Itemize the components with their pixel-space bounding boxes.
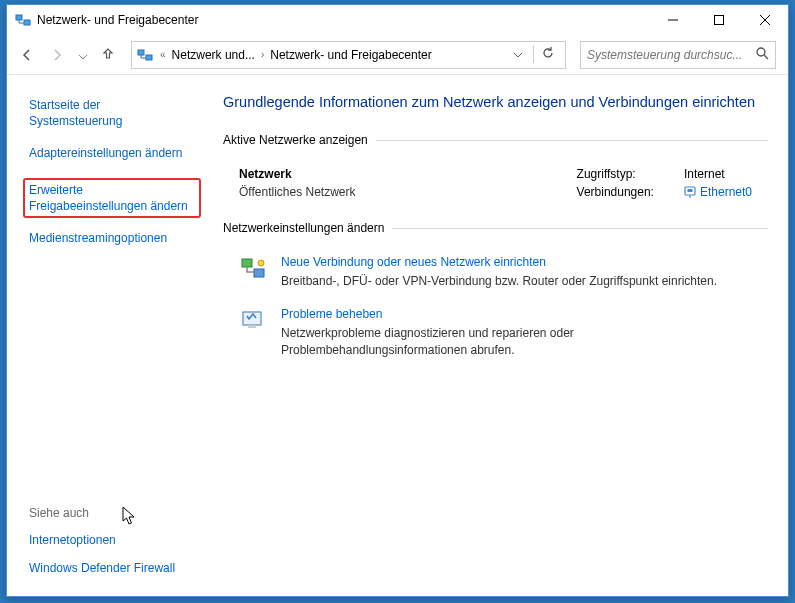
close-button[interactable] (742, 5, 788, 35)
svg-rect-13 (242, 259, 252, 267)
chevron-right-icon: › (259, 49, 266, 60)
search-input[interactable] (587, 48, 756, 62)
setup-connection-desc: Breitband-, DFÜ- oder VPN-Verbindung bzw… (281, 273, 752, 290)
sidebar-sharing-link[interactable]: Erweiterte Freigabeeinstellungen ändern (23, 178, 201, 218)
svg-rect-3 (715, 16, 724, 25)
svg-rect-17 (248, 325, 256, 328)
sidebar-adapter-link[interactable]: Adaptereinstellungen ändern (29, 145, 197, 161)
svg-rect-6 (138, 50, 144, 55)
ethernet-icon (684, 185, 696, 199)
toolbar: « Netzwerk und... › Netzwerk- und Freiga… (7, 35, 788, 75)
main-content: Grundlegende Informationen zum Netzwerk … (207, 75, 788, 596)
troubleshoot-link[interactable]: Probleme beheben (281, 307, 752, 321)
troubleshoot-desc: Netzwerkprobleme diagnostizieren und rep… (281, 325, 752, 359)
sidebar-firewall-link[interactable]: Windows Defender Firewall (29, 560, 197, 576)
connections-label: Verbindungen: (577, 185, 654, 199)
breadcrumb-dropdown[interactable] (507, 49, 529, 60)
svg-rect-16 (243, 312, 261, 325)
body: Startseite der Systemsteuerung Adapterei… (7, 75, 788, 596)
breadcrumb[interactable]: « Netzwerk und... › Netzwerk- und Freiga… (131, 41, 566, 69)
svg-rect-1 (24, 20, 30, 25)
svg-rect-14 (254, 269, 264, 277)
setup-connection-icon (239, 255, 267, 283)
up-button[interactable] (101, 46, 117, 63)
change-settings-label: Netzwerkeinstellungen ändern (223, 221, 384, 235)
titlebar: Netzwerk- und Freigabecenter (7, 5, 788, 35)
breadcrumb-sep: « (158, 49, 168, 60)
sidebar-media-link[interactable]: Medienstreamingoptionen (29, 230, 197, 246)
location-icon (136, 46, 154, 64)
sidebar: Startseite der Systemsteuerung Adapterei… (7, 75, 207, 596)
page-heading: Grundlegende Informationen zum Netzwerk … (223, 93, 768, 113)
app-icon (15, 12, 31, 28)
troubleshoot-item: Probleme beheben Netzwerkprobleme diagno… (239, 307, 752, 359)
breadcrumb-item-parent[interactable]: Netzwerk und... (172, 48, 255, 62)
active-networks-label: Aktive Netzwerke anzeigen (223, 133, 368, 147)
access-type-label: Zugriffstyp: (577, 167, 654, 181)
breadcrumb-item-current[interactable]: Netzwerk- und Freigabecenter (270, 48, 431, 62)
forward-button[interactable] (49, 47, 65, 63)
svg-rect-11 (687, 189, 692, 192)
active-network-block: Netzwerk Öffentliches Netzwerk Zugriffst… (239, 167, 752, 199)
search-icon[interactable] (756, 47, 769, 63)
svg-point-15 (258, 260, 264, 266)
see-also-heading: Siehe auch (29, 506, 197, 520)
network-name: Netzwerk (239, 167, 537, 181)
maximize-button[interactable] (696, 5, 742, 35)
svg-line-9 (764, 55, 768, 59)
recent-dropdown[interactable] (79, 48, 87, 62)
refresh-button[interactable] (533, 46, 561, 63)
svg-rect-7 (146, 55, 152, 60)
back-button[interactable] (19, 47, 35, 63)
search-box[interactable] (580, 41, 776, 69)
window-title: Netzwerk- und Freigabecenter (37, 13, 650, 27)
setup-connection-link[interactable]: Neue Verbindung oder neues Netzwerk einr… (281, 255, 752, 269)
sidebar-home-link[interactable]: Startseite der Systemsteuerung (29, 97, 197, 129)
network-sharing-center-window: Netzwerk- und Freigabecenter « Netzwerk … (6, 4, 789, 597)
network-type: Öffentliches Netzwerk (239, 185, 537, 199)
svg-rect-0 (16, 15, 22, 20)
minimize-button[interactable] (650, 5, 696, 35)
connection-link[interactable]: Ethernet0 (684, 185, 752, 199)
window-controls (650, 5, 788, 35)
troubleshoot-icon (239, 307, 267, 335)
sidebar-internet-options-link[interactable]: Internetoptionen (29, 532, 197, 548)
svg-point-8 (757, 48, 765, 56)
setup-connection-item: Neue Verbindung oder neues Netzwerk einr… (239, 255, 752, 290)
access-type-value: Internet (684, 167, 752, 181)
